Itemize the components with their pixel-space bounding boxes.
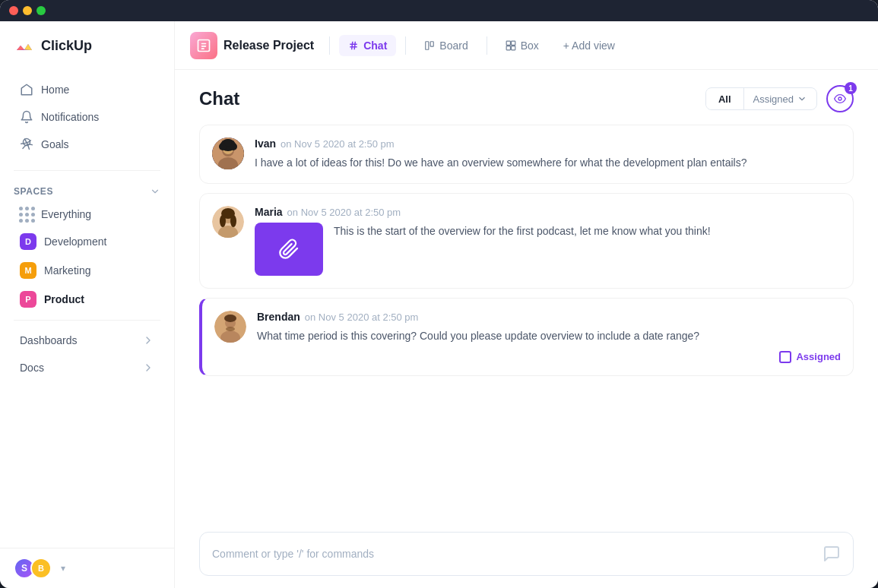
- main-content: ClickUp Home: [0, 21, 878, 588]
- add-view-label: + Add view: [563, 40, 615, 52]
- brendan-meta: Brendan on Nov 5 2020 at 2:50 pm: [257, 311, 841, 323]
- brendan-text: What time period is this covering? Could…: [257, 327, 841, 344]
- box-icon: [506, 40, 516, 51]
- brendan-message-wrapper: Brendan on Nov 5 2020 at 2:50 pm What ti…: [199, 298, 854, 375]
- title-bar: [0, 0, 878, 21]
- sidebar-nav: Home Notifications: [0, 70, 174, 164]
- comment-placeholder: Comment or type '/' for commands: [212, 548, 374, 560]
- minimize-dot[interactable]: [23, 6, 32, 15]
- eye-icon: [834, 93, 846, 105]
- svg-rect-8: [506, 41, 510, 45]
- avatar-user2: B: [30, 558, 52, 579]
- assigned-checkbox[interactable]: [779, 351, 791, 363]
- maria-text: This is the start of the overview for th…: [334, 223, 711, 239]
- hash-icon: [348, 40, 359, 51]
- avatar-ivan: [212, 138, 244, 169]
- brendan-author: Brendan: [257, 311, 300, 323]
- maria-meta: Maria on Nov 5 2020 at 2:50 pm: [255, 206, 841, 218]
- tab-chat-label: Chat: [363, 40, 387, 52]
- filter-all-button[interactable]: All: [706, 89, 743, 109]
- svg-rect-11: [511, 46, 515, 49]
- brendan-message-body: Brendan on Nov 5 2020 at 2:50 pm What ti…: [257, 311, 841, 362]
- comment-input-area[interactable]: Comment or type '/' for commands: [199, 532, 854, 576]
- logo[interactable]: ClickUp: [0, 21, 174, 70]
- tab-chat[interactable]: Chat: [339, 35, 396, 56]
- avatar-brendan: [214, 311, 246, 343]
- sidebar-item-marketing[interactable]: M Marketing: [6, 256, 168, 285]
- maximize-dot[interactable]: [36, 6, 46, 15]
- marketing-badge: M: [20, 262, 36, 279]
- logo-text: ClickUp: [41, 38, 92, 54]
- svg-line-5: [354, 41, 355, 49]
- eye-badge-count: 1: [845, 82, 857, 94]
- sidebar-notifications-label: Notifications: [41, 111, 99, 123]
- header-controls: All Assigned 1: [705, 85, 854, 112]
- user-initial: S: [21, 563, 27, 574]
- avatar-stack: S B: [14, 558, 52, 579]
- tab-box[interactable]: Box: [496, 35, 548, 56]
- tab-box-label: Box: [521, 40, 539, 52]
- header-sep-2: [405, 36, 406, 55]
- divider-1: [14, 170, 160, 171]
- content-area: Chat All Assigned 1: [175, 70, 878, 588]
- sidebar-item-development[interactable]: D Development: [6, 227, 168, 256]
- messages-area: Ivan on Nov 5 2020 at 2:50 pm I have a l…: [175, 125, 878, 520]
- maria-time: on Nov 5 2020 at 2:50 pm: [287, 207, 401, 218]
- assigned-badge[interactable]: Assigned: [779, 351, 841, 363]
- svg-point-30: [224, 315, 236, 322]
- right-panel: Release Project Chat Board Box + Add: [175, 21, 878, 588]
- divider-2: [14, 320, 160, 321]
- filter-assigned-label: Assigned: [753, 93, 794, 105]
- close-dot[interactable]: [9, 6, 18, 15]
- svg-rect-9: [511, 41, 515, 45]
- development-badge: D: [20, 233, 36, 250]
- dashboards-label: Dashboards: [20, 334, 78, 346]
- spaces-label: Spaces: [14, 186, 53, 197]
- ivan-time: on Nov 5 2020 at 2:50 pm: [281, 138, 395, 150]
- svg-rect-10: [506, 46, 510, 49]
- filter-assigned-button[interactable]: Assigned: [744, 89, 816, 109]
- chevron-down-filter-icon: [797, 93, 807, 104]
- sidebar-item-everything[interactable]: Everything: [6, 201, 168, 227]
- header-sep-3: [487, 36, 487, 55]
- sidebar-item-product[interactable]: P Product: [6, 285, 168, 314]
- sidebar-footer[interactable]: S B ▾: [0, 548, 174, 588]
- svg-point-25: [220, 215, 226, 227]
- maria-author: Maria: [255, 206, 283, 218]
- svg-rect-6: [426, 41, 429, 49]
- sidebar-home-label: Home: [41, 84, 69, 96]
- product-badge: P: [20, 291, 36, 308]
- tab-board-label: Board: [439, 40, 468, 52]
- tab-board[interactable]: Board: [415, 35, 477, 56]
- spaces-header[interactable]: Spaces: [0, 177, 174, 201]
- sidebar-item-goals[interactable]: Goals: [6, 131, 168, 158]
- svg-point-20: [224, 139, 232, 147]
- chevron-right-icon: [142, 334, 154, 346]
- sidebar-goals-label: Goals: [41, 138, 69, 150]
- development-label: Development: [44, 236, 107, 248]
- svg-rect-7: [430, 41, 433, 46]
- svg-point-12: [838, 97, 842, 100]
- add-view-button[interactable]: + Add view: [554, 35, 624, 56]
- brendan-footer: Assigned: [257, 351, 841, 363]
- sidebar-item-dashboards[interactable]: Dashboards: [6, 327, 168, 354]
- ivan-meta: Ivan on Nov 5 2020 at 2:50 pm: [255, 138, 841, 150]
- marketing-label: Marketing: [44, 264, 90, 277]
- home-icon: [20, 83, 33, 96]
- attachment-thumbnail[interactable]: [255, 223, 323, 276]
- maria-message-body: Maria on Nov 5 2020 at 2:50 pm This is t…: [255, 206, 841, 276]
- sidebar-item-docs[interactable]: Docs: [6, 354, 168, 381]
- svg-line-4: [352, 41, 353, 49]
- content-header: Chat All Assigned 1: [175, 70, 878, 125]
- svg-point-31: [226, 327, 235, 331]
- eye-button[interactable]: 1: [826, 85, 854, 112]
- top-header: Release Project Chat Board Box + Add: [175, 21, 878, 70]
- sidebar-item-home[interactable]: Home: [6, 76, 168, 103]
- everything-label: Everything: [41, 208, 91, 220]
- brendan-time: on Nov 5 2020 at 2:50 pm: [305, 311, 419, 323]
- message-card-ivan: Ivan on Nov 5 2020 at 2:50 pm I have a l…: [199, 125, 854, 184]
- bell-icon: [20, 110, 33, 124]
- chevron-down-icon: [150, 186, 160, 197]
- sidebar-item-notifications[interactable]: Notifications: [6, 103, 168, 131]
- chevron-right-icon-docs: [142, 362, 154, 374]
